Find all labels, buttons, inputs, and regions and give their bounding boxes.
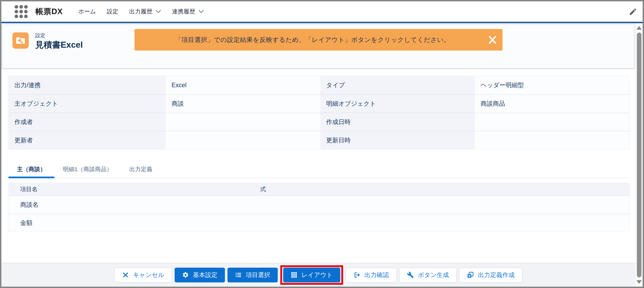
detail-field-label: タイプ — [320, 76, 475, 94]
nav-item-label: 設定 — [107, 8, 118, 15]
detail-field-label: 主オブジェクト — [9, 95, 166, 113]
grid-icon — [291, 272, 298, 278]
basic-settings-button[interactable]: 基本設定 — [175, 268, 225, 283]
cancel-button[interactable]: キャンセル — [114, 268, 172, 283]
page-content: 設定 見積書Excel 「項目選択」での設定結果を反映するため、「レイアウト」ボ… — [1, 23, 643, 287]
vertical-scrollbar[interactable] — [635, 23, 643, 287]
layout-button[interactable]: レイアウト — [283, 268, 340, 283]
banner-message: 「項目選択」での設定結果を反映するため、「レイアウト」ボタンをクリックしてくださ… — [175, 36, 450, 44]
column-header-formula: 式 — [252, 183, 629, 196]
detail-field-value: ヘッダー明細型 — [475, 76, 629, 94]
chevron-down-icon — [198, 10, 204, 13]
brand-accent-line — [1, 22, 643, 23]
field-name-cell: 商談名 — [9, 196, 252, 214]
detail-field-label: 更新日時 — [320, 131, 475, 149]
wrench-icon — [407, 272, 414, 278]
gear-icon — [182, 272, 189, 278]
app-launcher-icon[interactable] — [14, 5, 28, 18]
banner-close-icon[interactable] — [488, 35, 498, 45]
column-header-field-name: 項目名 — [9, 183, 252, 196]
output-definition-create-button[interactable]: 出力定義作成 — [459, 268, 522, 283]
button-label: 基本設定 — [193, 271, 218, 279]
nav-item-home[interactable]: ホーム — [78, 8, 96, 15]
app-window: 帳票DX ホーム 設定 出力履歴 連携履歴 — [0, 0, 644, 288]
close-icon — [122, 272, 129, 278]
detail-row: 出力/連携 Excel タイプ ヘッダー明細型 — [9, 76, 629, 94]
app-nav: ホーム 設定 出力履歴 連携履歴 — [78, 8, 204, 15]
field-table-header: 項目名 式 — [9, 183, 629, 196]
edit-pencil-icon[interactable] — [629, 7, 637, 16]
formula-cell — [252, 214, 629, 232]
export-icon — [354, 272, 360, 278]
nav-item-link-history[interactable]: 連携履歴 — [172, 8, 204, 15]
nav-item-label: 連携履歴 — [172, 8, 195, 15]
tab-detail1-opportunity-product[interactable]: 明細1（商談商品） — [54, 158, 121, 178]
global-header: 帳票DX ホーム 設定 出力履歴 連携履歴 — [1, 1, 643, 22]
field-table: 項目名 式 商談名 金額 — [8, 183, 630, 232]
button-label: キャンセル — [133, 271, 164, 279]
detail-field-label: 出力/連携 — [9, 76, 166, 94]
tab-output-definition[interactable]: 出力定義 — [121, 158, 161, 178]
layout-button-highlight-box: レイアウト — [280, 265, 343, 285]
settings-object-icon — [12, 32, 29, 49]
scroll-up-arrow-icon[interactable] — [636, 26, 642, 30]
detail-field-value: 商談 — [166, 95, 320, 113]
detail-row: 更新者 更新日時 — [9, 131, 629, 149]
detail-field-value — [475, 113, 629, 131]
output-check-button[interactable]: 出力確認 — [346, 268, 397, 283]
button-label: レイアウト — [302, 271, 333, 279]
nav-item-settings[interactable]: 設定 — [107, 8, 118, 15]
app-name: 帳票DX — [36, 6, 63, 17]
detail-row: 作成者 作成日時 — [9, 113, 629, 131]
page-header-card: 設定 見積書Excel 「項目選択」での設定結果を反映するため、「レイアウト」ボ… — [2, 25, 634, 68]
scroll-down-arrow-icon[interactable] — [636, 280, 642, 284]
object-tabs: 主（商談） 明細1（商談商品） 出力定義 — [8, 158, 630, 178]
nav-item-output-history[interactable]: 出力履歴 — [129, 8, 161, 15]
field-name-cell: 金額 — [9, 214, 252, 232]
record-details: 出力/連携 Excel タイプ ヘッダー明細型 主オブジェクト 商談 明細オブジ… — [8, 76, 630, 149]
bulleted-list-icon — [235, 272, 242, 278]
button-label: 項目選択 — [246, 271, 270, 279]
detail-field-value: 商談商品 — [475, 95, 629, 113]
tab-main-opportunity[interactable]: 主（商談） — [8, 158, 54, 178]
detail-field-value — [166, 131, 320, 149]
detail-field-value: Excel — [166, 76, 320, 94]
page-title: 見積書Excel — [35, 39, 83, 51]
instruction-banner: 「項目選択」での設定結果を反映するため、「レイアウト」ボタンをクリックしてくださ… — [134, 29, 502, 51]
action-footer: キャンセル 基本設定 項目選択 レイアウト — [1, 263, 635, 287]
button-label: ボタン生成 — [418, 271, 449, 279]
scrollbar-thumb[interactable] — [637, 32, 642, 277]
add-definition-icon — [467, 272, 474, 278]
button-generate-button[interactable]: ボタン生成 — [399, 268, 457, 283]
detail-field-label: 作成者 — [9, 113, 166, 131]
detail-field-label: 更新者 — [9, 131, 166, 149]
table-row: 金額 — [9, 214, 629, 232]
detail-row: 主オブジェクト 商談 明細オブジェクト 商談商品 — [9, 94, 629, 113]
button-label: 出力定義作成 — [478, 271, 514, 279]
button-label: 出力確認 — [364, 271, 389, 279]
main-region: 設定 見積書Excel 「項目選択」での設定結果を反映するため、「レイアウト」ボ… — [1, 23, 635, 287]
detail-field-label: 明細オブジェクト — [320, 95, 475, 113]
chevron-down-icon — [156, 10, 161, 13]
table-row: 商談名 — [9, 196, 629, 214]
field-select-button[interactable]: 項目選択 — [228, 268, 278, 283]
detail-field-value — [166, 113, 320, 131]
nav-item-label: ホーム — [78, 8, 96, 15]
nav-item-label: 出力履歴 — [129, 8, 152, 15]
formula-cell — [252, 196, 629, 214]
detail-field-label: 作成日時 — [320, 113, 475, 131]
detail-field-value — [475, 131, 629, 149]
record-type-label: 設定 — [35, 32, 45, 39]
